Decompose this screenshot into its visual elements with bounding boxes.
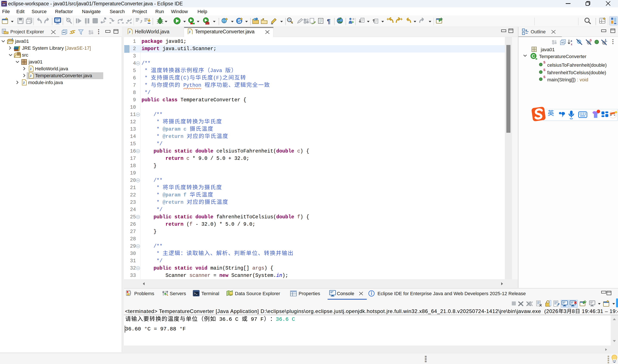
svg-text:IDE: IDE — [2, 4, 6, 6]
svg-text:S: S — [590, 39, 592, 42]
svg-text:Java EE: Java EE — [2, 1, 7, 4]
svg-text:J: J — [30, 74, 32, 78]
svg-text:L: L — [605, 39, 607, 42]
svg-text:z: z — [571, 42, 572, 46]
svg-text:J: J — [23, 81, 25, 85]
svg-text:C: C — [532, 53, 535, 59]
svg-text:a: a — [570, 39, 572, 42]
svg-text:J: J — [129, 30, 130, 34]
svg-text:J: J — [11, 38, 13, 41]
svg-text:J: J — [30, 67, 32, 71]
svg-text:J: J — [189, 30, 191, 34]
